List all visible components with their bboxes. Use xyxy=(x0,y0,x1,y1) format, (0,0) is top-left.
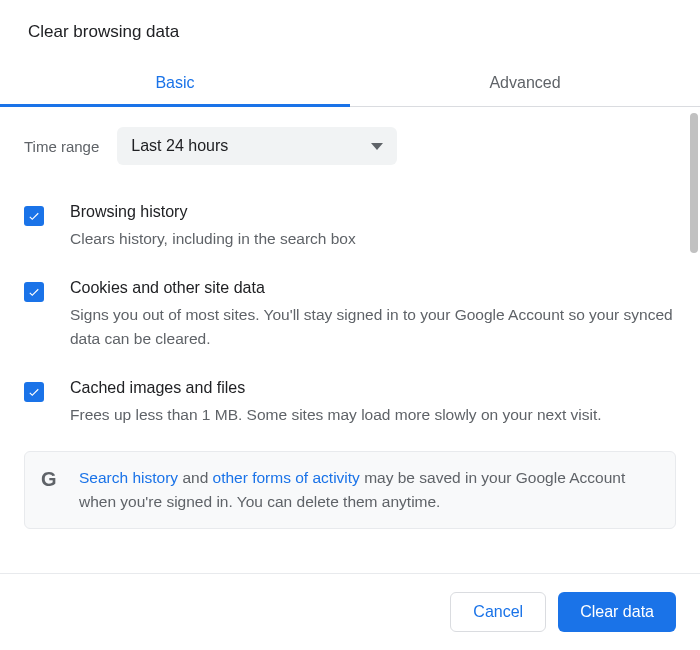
option-desc: Frees up less than 1 MB. Some sites may … xyxy=(70,403,676,427)
notice-text: Search history and other forms of activi… xyxy=(79,466,659,514)
time-range-select[interactable]: Last 24 hours xyxy=(117,127,397,165)
tab-advanced[interactable]: Advanced xyxy=(350,60,700,106)
content: Time range Last 24 hours Browsing histor… xyxy=(0,107,700,573)
dialog-title: Clear browsing data xyxy=(0,0,700,60)
time-range-value: Last 24 hours xyxy=(131,137,228,155)
option-desc: Clears history, including in the search … xyxy=(70,227,676,251)
checkbox-cookies[interactable] xyxy=(24,282,44,302)
option-title: Cookies and other site data xyxy=(70,279,676,297)
dialog-footer: Cancel Clear data xyxy=(0,573,700,650)
option-cached: Cached images and files Frees up less th… xyxy=(24,367,676,443)
check-icon xyxy=(27,285,41,299)
option-desc: Signs you out of most sites. You'll stay… xyxy=(70,303,676,351)
cancel-button[interactable]: Cancel xyxy=(450,592,546,632)
content-wrap: Time range Last 24 hours Browsing histor… xyxy=(0,107,700,573)
search-history-link[interactable]: Search history xyxy=(79,469,178,486)
chevron-down-icon xyxy=(371,143,383,150)
option-cookies: Cookies and other site data Signs you ou… xyxy=(24,267,676,367)
check-icon xyxy=(27,385,41,399)
clear-browsing-data-dialog: Clear browsing data Basic Advanced Time … xyxy=(0,0,700,650)
option-text: Browsing history Clears history, includi… xyxy=(70,203,676,251)
checkbox-browsing-history[interactable] xyxy=(24,206,44,226)
clear-data-button[interactable]: Clear data xyxy=(558,592,676,632)
tabs: Basic Advanced xyxy=(0,60,700,107)
option-browsing-history: Browsing history Clears history, includi… xyxy=(24,191,676,267)
time-range-label: Time range xyxy=(24,138,99,155)
option-text: Cookies and other site data Signs you ou… xyxy=(70,279,676,351)
option-title: Cached images and files xyxy=(70,379,676,397)
checkbox-cached[interactable] xyxy=(24,382,44,402)
tab-basic[interactable]: Basic xyxy=(0,60,350,106)
other-activity-link[interactable]: other forms of activity xyxy=(213,469,360,486)
google-account-notice: G Search history and other forms of acti… xyxy=(24,451,676,529)
option-text: Cached images and files Frees up less th… xyxy=(70,379,676,427)
scrollbar[interactable] xyxy=(690,113,698,253)
google-logo-icon: G xyxy=(41,468,63,490)
time-range-row: Time range Last 24 hours xyxy=(24,127,676,165)
notice-mid1: and xyxy=(178,469,212,486)
check-icon xyxy=(27,209,41,223)
option-title: Browsing history xyxy=(70,203,676,221)
